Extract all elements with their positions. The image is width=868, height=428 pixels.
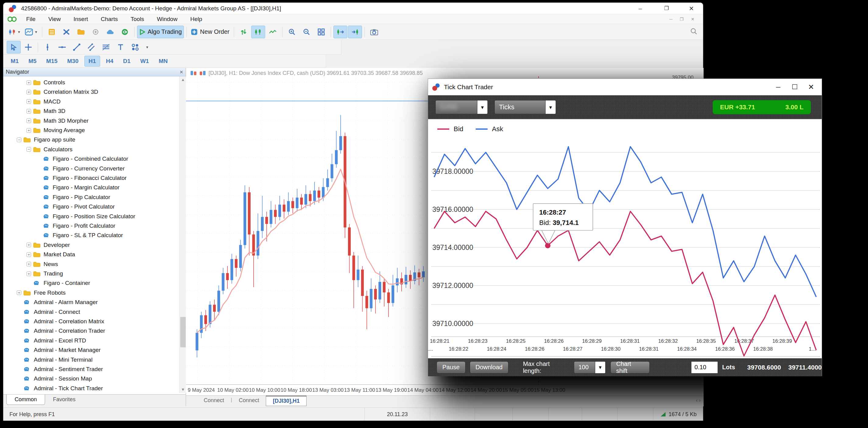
zigzag-button[interactable] xyxy=(266,26,280,38)
tick-chart-button[interactable] xyxy=(251,26,265,38)
vertical-line-tool-button[interactable] xyxy=(40,41,55,54)
horizontal-line-tool-button[interactable] xyxy=(55,41,69,54)
tree-item[interactable]: +Math 3D Morpher xyxy=(3,116,179,126)
expand-icon[interactable]: + xyxy=(27,252,31,257)
timeframe-m15[interactable]: M15 xyxy=(42,56,62,66)
channel-tool-button[interactable] xyxy=(84,41,98,54)
new-chart-button[interactable]: ▼ xyxy=(7,26,23,38)
timeframe-h1[interactable]: H1 xyxy=(84,56,100,67)
minimize-button[interactable]: – xyxy=(632,3,649,14)
navigator-tab-favorites[interactable]: Favorites xyxy=(45,395,84,404)
chart-mode-select[interactable]: Ticks ▼ xyxy=(494,100,556,114)
timeframe-w1[interactable]: W1 xyxy=(136,56,153,66)
expand-icon[interactable]: + xyxy=(27,118,31,123)
menu-tools[interactable]: Tools xyxy=(124,14,150,24)
tree-item[interactable]: +Market Data xyxy=(3,250,179,259)
ask-price[interactable]: 39711.4000 xyxy=(788,364,822,371)
scrollbar-thumb[interactable] xyxy=(180,317,186,347)
cursor-tool-button[interactable] xyxy=(7,41,21,54)
tile-windows-button[interactable] xyxy=(314,26,328,38)
chart-shift-button[interactable]: Chart shift xyxy=(611,361,650,373)
text-tool-button[interactable] xyxy=(114,41,128,54)
expand-icon[interactable]: + xyxy=(27,128,31,133)
tree-item[interactable]: Figaro - SL & TP Calculator xyxy=(3,231,179,240)
navigator-header[interactable]: Navigator ✕ xyxy=(3,68,186,77)
market-watch-button[interactable] xyxy=(45,26,59,38)
child-minimize-icon[interactable]: ─ xyxy=(666,17,676,22)
expand-icon[interactable]: + xyxy=(27,80,31,85)
lots-input[interactable] xyxy=(691,361,718,373)
data-window-button[interactable] xyxy=(59,26,73,38)
tree-item[interactable]: +Controls xyxy=(3,78,179,87)
tree-item[interactable]: +Moving Average xyxy=(3,125,179,135)
chart-shift-button[interactable] xyxy=(333,26,347,38)
tree-item[interactable]: +Math 3D xyxy=(3,106,179,116)
tree-item[interactable]: Figaro - Combined Calculator xyxy=(3,154,179,164)
chart-tab[interactable]: [DJI30],H1 xyxy=(266,396,307,406)
toolbox-button[interactable] xyxy=(89,26,102,38)
navigator-toggle-button[interactable] xyxy=(74,26,88,38)
navigator-scrollbar[interactable]: ▲ ▼ xyxy=(179,77,186,393)
tree-item[interactable]: Figaro - Fibonacci Calculator xyxy=(3,173,179,183)
timeframe-m1[interactable]: M1 xyxy=(7,56,23,66)
search-icon[interactable] xyxy=(690,28,698,35)
menu-view[interactable]: View xyxy=(42,14,67,24)
tree-item[interactable]: +MACD xyxy=(3,97,179,106)
download-button[interactable]: Download xyxy=(470,361,508,373)
tick-line-chart[interactable]: 39718.0000039716.0000039714.0000039712.0… xyxy=(428,120,822,358)
menu-insert[interactable]: Insert xyxy=(67,14,94,24)
zoom-in-button[interactable] xyxy=(285,26,299,38)
new-order-button[interactable]: New Order xyxy=(189,26,231,38)
close-button[interactable]: ✕ xyxy=(683,3,700,14)
expand-icon[interactable]: + xyxy=(27,272,31,276)
timeframe-m5[interactable]: M5 xyxy=(24,56,40,66)
pause-button[interactable]: Pause xyxy=(437,361,466,373)
profiles-button[interactable]: ▼ xyxy=(23,26,39,38)
tree-item[interactable]: Admiral - Mini Terminal xyxy=(3,355,179,365)
expand-icon[interactable]: + xyxy=(27,243,31,247)
tree-item[interactable]: Figaro - Container xyxy=(3,278,179,288)
chart-date-axis[interactable]: 9 May 202410 May 02:0010 May 10:0010 May… xyxy=(186,385,704,395)
tree-item[interactable]: Figaro - Pivot Calculator xyxy=(3,202,179,212)
algo-trading-button[interactable]: Algo Trading xyxy=(137,26,184,38)
expand-icon[interactable]: + xyxy=(27,90,31,94)
timeframe-d1[interactable]: D1 xyxy=(119,56,134,66)
tree-item[interactable]: +Free Robots xyxy=(3,288,179,298)
tree-item[interactable]: Figaro - Profit Calculator xyxy=(3,221,179,231)
symbol-select[interactable]: DJI30 ▼ xyxy=(435,100,488,114)
collapse-icon[interactable]: − xyxy=(27,147,31,152)
chart-tab[interactable]: Connect xyxy=(197,396,231,405)
tick-window-title-bar[interactable]: Tick Chart Trader ─ ☐ ✕ xyxy=(428,79,822,95)
child-restore-icon[interactable]: ❐ xyxy=(676,17,687,22)
bid-price[interactable]: 39708.6000 xyxy=(747,364,781,371)
menu-file[interactable]: File xyxy=(20,14,42,24)
tree-item[interactable]: −Figaro app suite xyxy=(3,135,179,145)
tree-item[interactable]: Admiral - Alarm Manager xyxy=(3,297,179,307)
crosshair-tool-button[interactable] xyxy=(21,41,35,54)
tree-item[interactable]: Admiral - Correlation Matrix xyxy=(3,316,179,326)
tree-item[interactable]: +Trading xyxy=(3,269,179,278)
max-chart-length-select[interactable]: 100 ▼ xyxy=(574,361,606,373)
menu-window[interactable]: Window xyxy=(150,14,184,24)
tick-minimize-icon[interactable]: ─ xyxy=(770,84,786,91)
position-badge[interactable]: EUR +33.71 3.00 L xyxy=(713,100,811,114)
child-close-icon[interactable]: ✕ xyxy=(687,17,698,22)
chat-button[interactable] xyxy=(103,26,117,38)
expand-icon[interactable]: + xyxy=(27,109,31,114)
expand-icon[interactable]: + xyxy=(17,291,21,295)
more-tools-chevron-icon[interactable]: ▼ xyxy=(146,45,149,49)
tree-item[interactable]: Figaro - Margin Calculator xyxy=(3,183,179,192)
scroll-up-icon[interactable]: ▲ xyxy=(180,77,186,83)
expand-icon[interactable]: + xyxy=(27,99,31,104)
chart-tab[interactable]: Connect xyxy=(232,396,266,405)
tree-item[interactable]: Figaro - Currency Converter xyxy=(3,164,179,174)
community-button[interactable] xyxy=(118,26,132,38)
tick-close-icon[interactable]: ✕ xyxy=(803,83,819,91)
tree-item[interactable]: +News xyxy=(3,259,179,269)
timeframe-m30[interactable]: M30 xyxy=(63,56,83,66)
tree-item[interactable]: Admiral - Correlation Trader xyxy=(3,326,179,336)
tree-item[interactable]: Admiral - Sentiment Trader xyxy=(3,364,179,374)
menu-help[interactable]: Help xyxy=(184,14,209,24)
tree-item[interactable]: +Developer xyxy=(3,240,179,250)
tree-item[interactable]: Admiral - Session Map xyxy=(3,374,179,384)
